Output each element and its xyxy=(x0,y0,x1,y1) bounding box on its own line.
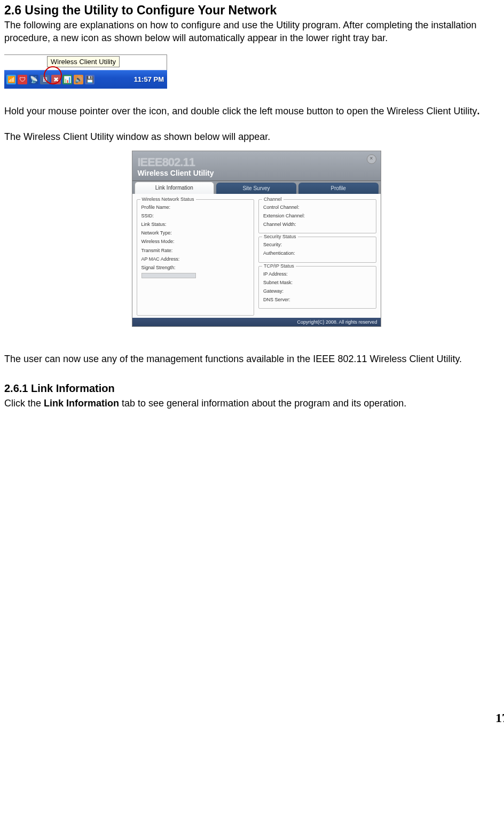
label-subnet-mask: Subnet Mask: xyxy=(263,278,372,287)
paragraph-hold-mouse: Hold your mouse pointer over the icon, a… xyxy=(4,105,504,117)
legend-channel: Channel xyxy=(262,196,284,202)
heading-2-6-1: 2.6.1 Link Information xyxy=(4,381,504,396)
heading-2-6: 2.6 Using the Utility to Configure Your … xyxy=(4,2,504,19)
label-wireless-mode: Wireless Mode: xyxy=(141,237,250,246)
tray-tooltip: Wireless Client Utility xyxy=(47,56,120,68)
label-link-status: Link Status: xyxy=(141,220,250,229)
tab-link-information[interactable]: Link Information xyxy=(135,182,215,194)
label-ap-mac: AP MAC Address: xyxy=(141,255,250,263)
wireless-client-utility-icon[interactable]: 📡 xyxy=(29,75,38,84)
label-authentication: Authentication: xyxy=(263,249,372,257)
utility-window: IEEE802.11 Wireless Client Utility × Lin… xyxy=(132,151,381,327)
label-transmit-rate: Transmit Rate: xyxy=(141,246,250,255)
page-number: 17 xyxy=(4,709,504,726)
label-dns-server: DNS Server: xyxy=(263,295,372,304)
legend-wns: Wireless Network Status xyxy=(140,196,196,202)
signal-strength-bar xyxy=(141,273,196,278)
paragraph-click-link-info: Click the Link Information tab to see ge… xyxy=(4,397,504,410)
label-control-channel: Control Channel: xyxy=(263,203,372,211)
label-ssid: SSID: xyxy=(141,211,250,220)
utility-header: IEEE802.11 Wireless Client Utility × xyxy=(132,151,381,181)
legend-tcpip: TCP/IP Status xyxy=(262,263,296,269)
label-channel-width: Channel Width: xyxy=(263,220,372,229)
network-icon[interactable]: 📶 xyxy=(6,75,16,84)
paragraph-management: The user can now use any of the manageme… xyxy=(4,352,504,365)
paragraph-window-appear: The Wireless Client Utility window as sh… xyxy=(4,130,504,143)
taskbar: 📶 🛡 📡 🖥 ✖ 📊 🔊 💾 11:57 PM xyxy=(4,70,167,89)
cancel-icon[interactable]: ✖ xyxy=(51,75,61,84)
label-profile-name: Profile Name: xyxy=(141,203,250,211)
label-network-type: Network Type: xyxy=(141,229,250,237)
label-ip-address: IP Address: xyxy=(263,270,372,278)
fieldset-tcpip-status: TCP/IP Status IP Address: Subnet Mask: G… xyxy=(258,266,376,309)
tab-site-survey[interactable]: Site Survey xyxy=(216,183,296,194)
close-button[interactable]: × xyxy=(367,154,376,164)
label-security: Security: xyxy=(263,240,372,249)
utility-footer: Copyright(C) 2008. All rights reserved xyxy=(132,318,381,326)
chart-icon[interactable]: 📊 xyxy=(62,75,72,84)
paragraph-intro: The following are explanations on how to… xyxy=(4,19,504,45)
shield-icon[interactable]: 🛡 xyxy=(18,75,27,84)
label-signal-strength: Signal Strength: xyxy=(141,263,250,272)
label-gateway: Gateway: xyxy=(263,287,372,295)
utility-body: Wireless Network Status Profile Name: SS… xyxy=(132,194,381,318)
tray-clock: 11:57 PM xyxy=(134,75,164,84)
fieldset-wireless-network-status: Wireless Network Status Profile Name: SS… xyxy=(137,199,255,316)
tabs: Link Information Site Survey Profile xyxy=(132,181,381,194)
volume-icon[interactable]: 🔊 xyxy=(74,75,83,84)
monitor-icon[interactable]: 🖥 xyxy=(40,75,50,84)
tray-icons-group: 📶 🛡 📡 🖥 ✖ 📊 🔊 💾 xyxy=(6,75,94,84)
fieldset-security-status: Security Status Security: Authentication… xyxy=(258,237,376,262)
utility-title: Wireless Client Utility xyxy=(138,168,375,178)
legend-security: Security Status xyxy=(262,233,298,240)
fieldset-channel: Channel Control Channel: Extension Chann… xyxy=(258,199,376,233)
tab-profile[interactable]: Profile xyxy=(298,183,379,194)
label-extension-channel: Extension Channel: xyxy=(263,211,372,220)
disk-icon[interactable]: 💾 xyxy=(85,75,94,84)
tray-screenshot: Wireless Client Utility 📶 🛡 📡 🖥 ✖ 📊 🔊 💾 … xyxy=(4,54,167,89)
